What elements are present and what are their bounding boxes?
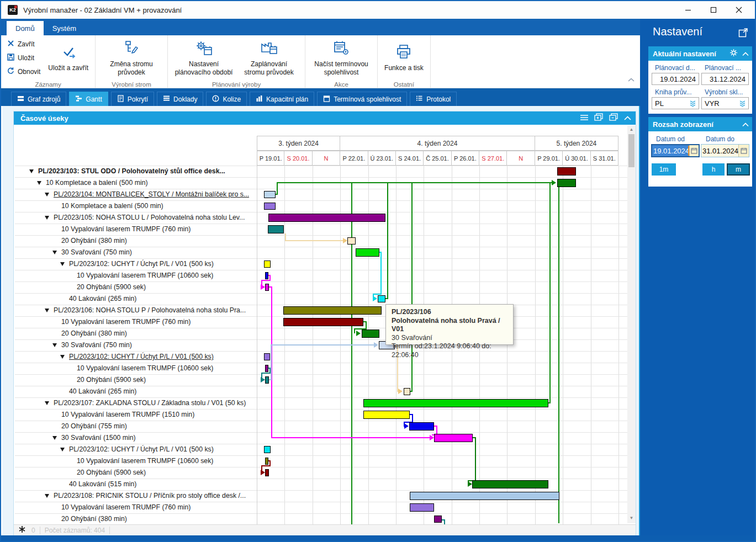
gantt-bar[interactable] [410,503,434,512]
tab-kapacitn-pl-n[interactable]: Kapacitní plán [250,92,314,106]
gantt-row-label[interactable]: 10 Kompletace a balení (500 min) [46,179,148,187]
gantt-bar[interactable] [264,446,271,453]
range-h-button[interactable]: h [702,163,725,176]
gantt-bar[interactable] [265,458,268,465]
collapse-arrow-icon[interactable] [60,262,65,266]
gantt-row-label[interactable]: PL/2023/102: UCHYT / Úchyt P/L / V01 (50… [69,445,214,453]
gantt-row-label[interactable]: 20 Ohýbání (5900 sek) [77,376,146,384]
collapse-arrow-icon[interactable] [45,216,49,220]
scroll-down-icon[interactable]: ▼ [627,516,636,520]
gantt-bar[interactable] [557,179,576,187]
collapse-arrow-icon[interactable] [45,193,49,196]
ribbon-collapse-icon[interactable] [628,75,635,84]
gantt-row-label[interactable]: PL/2023/103: STUL ODO / Polohovatelný st… [38,167,225,175]
gantt-row-label[interactable]: 10 Kompletace a balení (500 min) [61,202,163,210]
gantt-row-label[interactable]: PL/2023/106: NOHA STOLU P / Polohovateln… [54,306,246,314]
gantt-bar[interactable] [264,191,276,198]
gantt-bar[interactable] [557,167,576,176]
range-1m-button[interactable]: 1m [652,163,676,176]
close-button[interactable] [726,1,752,19]
gantt-bar[interactable] [404,388,410,395]
gantt-bar[interactable] [268,225,284,233]
gantt-bar[interactable] [283,318,363,326]
gear-icon[interactable] [729,49,738,59]
date-to-input[interactable]: 31.01.2024 [701,144,749,157]
scroll-up-icon[interactable]: ▲ [627,127,636,132]
gantt-row-label[interactable]: 10 Vypalování laserem TRUMPF (10600 sek) [77,457,213,465]
collapse-all-icon[interactable] [609,113,618,123]
zavřít-button[interactable]: Zavřít [4,38,43,50]
collapse-arrow-icon[interactable] [45,309,49,312]
collapse-arrow-icon[interactable] [29,169,34,173]
uložit-button[interactable]: Uložit [4,52,43,64]
tab-term-nov-spolehlivost[interactable]: Termínová spolehlivost [317,92,407,106]
gantt-row-label[interactable]: PL/2023/104: MONTBALICEK_STOLY / Montážn… [54,190,249,198]
tab-kolize[interactable]: Kolize [206,92,247,106]
planning-date-from-input[interactable]: 19.01.2024 [652,73,699,85]
gantt-bar[interactable] [283,306,382,315]
gantt-bar[interactable] [378,295,385,302]
ribbon-button[interactable]: Funkce a tisk [381,41,427,75]
gantt-bar[interactable] [264,203,276,210]
collapse-panel-icon[interactable] [624,113,631,123]
collapse-arrow-icon[interactable] [60,355,65,359]
gantt-bar[interactable] [265,365,268,372]
collapse-card-icon[interactable] [742,49,749,59]
gantt-bar[interactable] [265,272,268,279]
gantt-row-label[interactable]: 10 Vypalování laserem TRUMPF (10600 sek) [77,272,213,279]
range-m-button[interactable]: m [727,163,750,176]
gantt-bar[interactable] [347,237,356,245]
calendar-icon[interactable] [738,145,749,157]
gantt-row-label[interactable]: 30 Svařování (1500 min) [61,434,136,442]
collapse-arrow-icon[interactable] [37,181,41,185]
calendar-icon[interactable] [689,145,699,156]
gantt-row-label[interactable]: 20 Ohýbání (380 min) [61,330,127,337]
expand-all-icon[interactable] [594,113,604,123]
collapse-card-icon[interactable] [742,119,749,129]
book-combo[interactable]: PL [652,97,699,109]
gantt-bar[interactable] [410,492,559,500]
gantt-row-label[interactable]: PL/2023/108: PRICNIK STOLU / Příčník pro… [54,492,246,500]
tab-gantt[interactable]: Gantt [69,92,108,106]
maximize-button[interactable] [701,1,726,19]
ribbon-button[interactable]: Změna stromu průvodek [99,38,164,79]
gantt-row-label[interactable]: 10 Vypalování laserem TRUMPF (760 min) [61,503,191,511]
tab-protokol[interactable]: Protokol [410,92,457,106]
gantt-row-label[interactable]: 20 Ohýbání (380 min) [61,237,127,245]
collapse-arrow-icon[interactable] [52,343,57,347]
gantt-row-label[interactable]: PL/2023/105: NOHA STOLU L / Polohovateln… [54,214,245,221]
popout-icon[interactable] [738,28,748,40]
ribbon-button[interactable]: Zaplánování stromu průvodek [236,38,302,79]
date-from-input[interactable]: 19.01.2024 [651,144,700,157]
gantt-bar[interactable] [268,214,385,222]
gantt-row-label[interactable]: 20 Ohýbání (755 min) [61,422,127,430]
gantt-row-label[interactable]: 40 Lakování (265 min) [69,295,136,302]
gantt-row-label[interactable]: 10 Vypalování laserem TRUMPF (1510 min) [61,411,194,418]
scroll-thumb[interactable] [628,134,635,167]
gantt-bar[interactable] [434,434,473,442]
gantt-bar[interactable] [472,480,548,488]
gantt-bar[interactable] [265,469,269,476]
gantt-row-label[interactable]: 40 Lakování (515 min) [69,480,136,488]
ribbon-tab-systém[interactable]: Systém [44,21,85,35]
gantt-row-label[interactable]: 20 Ohýbání (5900 sek) [77,283,146,291]
gantt-row-label[interactable]: 30 Svařování (750 min) [61,341,132,349]
gantt-row-label[interactable]: 10 Vypalování laserem TRUMPF (760 min) [61,318,191,326]
gantt-row-label[interactable]: PL/2023/102: UCHYT / Úchyt P/L / V01 (50… [69,260,214,268]
ribbon-button[interactable]: Uložit a zavřít [45,41,92,75]
collapse-arrow-icon[interactable] [52,251,57,254]
collapse-arrow-icon[interactable] [52,436,57,440]
gantt-bar[interactable] [356,248,379,257]
minimize-button[interactable] [675,1,701,19]
obnovit-button[interactable]: Obnovit [4,66,43,78]
ribbon-tab-domů[interactable]: Domů [7,21,44,35]
collapse-arrow-icon[interactable] [45,401,49,405]
gantt-row-label[interactable]: 20 Ohýbání (5900 sek) [77,469,146,476]
ribbon-button[interactable]: Nastavení plánovacího období [171,38,236,79]
tab-graf-zdroj-[interactable]: Graf zdrojů [11,92,66,106]
gantt-bar[interactable] [409,422,434,431]
gantt-row-label[interactable]: 20 Ohýbání (380 min) [61,515,127,523]
gantt-row-label[interactable]: PL/2023/102: UCHYT / Úchyt P/L / V01 (50… [69,353,214,360]
current-settings-header[interactable]: Aktuální nastavení [648,46,752,61]
tab-doklady[interactable]: Doklady [157,92,203,106]
